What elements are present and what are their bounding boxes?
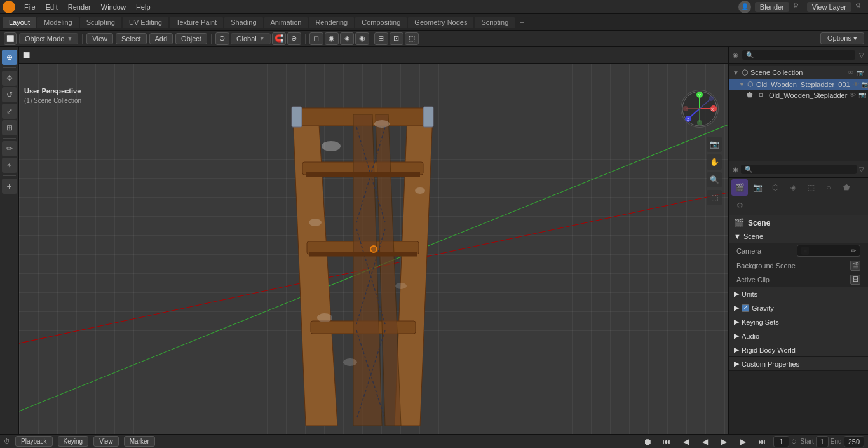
props-icon-render[interactable]: 📷 (749, 179, 766, 196)
outliner-search[interactable]: 🔍 (742, 50, 855, 60)
camera-view-btn[interactable]: 📷 (707, 137, 722, 152)
playback-menu[interactable]: Playback (15, 436, 53, 447)
marker-menu[interactable]: Marker (124, 436, 155, 447)
mode-dropdown[interactable]: Object Mode▼ (19, 33, 78, 44)
props-icon-object[interactable]: ⬟ (838, 179, 855, 196)
tool-add[interactable]: + (2, 179, 17, 194)
view-layer-options[interactable]: ⚙ (855, 2, 865, 12)
snapping-btn[interactable]: 🧲 (272, 32, 286, 45)
gizmo-toggle[interactable]: ⊞ (374, 32, 388, 45)
active-clip-icon[interactable]: 🎞 (850, 275, 860, 285)
view-menu[interactable]: View (86, 33, 113, 44)
viewport-shading-rendered[interactable]: ◉ (355, 32, 369, 45)
props-icon-scene2[interactable]: ⬚ (803, 179, 819, 196)
render-icon[interactable]: 📷 (857, 69, 864, 76)
start-frame[interactable]: 1 (816, 436, 829, 447)
add-workspace-button[interactable]: + (516, 17, 527, 27)
gravity-section-header[interactable]: ▶ ✓ Gravity (729, 301, 868, 315)
add-menu[interactable]: Add (149, 33, 173, 44)
props-icon-modifier[interactable]: ⚙ (731, 197, 748, 214)
viewport-shading-solid[interactable]: ◉ (325, 32, 339, 45)
select-menu[interactable]: Select (116, 33, 147, 44)
navigation-gizmo[interactable]: X Y Z (677, 86, 722, 131)
current-frame[interactable]: 1 (773, 436, 789, 447)
play-back-btn[interactable]: ◀ (697, 434, 712, 449)
tool-scale[interactable]: ⤢ (2, 104, 17, 119)
tool-measure[interactable]: ⌖ (2, 158, 17, 173)
keying-sets-header[interactable]: ▶ Keying Sets (729, 315, 868, 329)
jump-end-btn[interactable]: ⏭ (754, 434, 770, 449)
view-menu-timeline[interactable]: View (93, 436, 119, 447)
tab-sculpting[interactable]: Sculpting (80, 17, 121, 28)
menu-file[interactable]: File (19, 2, 41, 12)
tool-annotate[interactable]: ✏ (2, 141, 17, 156)
visibility-icon[interactable]: 👁 (848, 69, 854, 76)
transform-orientation[interactable]: Global▼ (231, 33, 271, 44)
tool-cursor[interactable]: ⊕ (2, 50, 17, 65)
keying-menu[interactable]: Keying (58, 436, 89, 447)
scene-options[interactable]: ⚙ (793, 2, 803, 12)
fps-icon[interactable]: ⏱ (791, 438, 797, 445)
menu-window[interactable]: Window (96, 2, 131, 12)
units-section-header[interactable]: ▶ Units (729, 287, 868, 301)
viewport-area[interactable]: User Perspective (1) Scene Collection (19, 47, 728, 434)
tool-rotate[interactable]: ↺ (2, 87, 17, 102)
overlay-toggle[interactable]: ⊡ (390, 32, 403, 45)
xray-toggle[interactable]: ⬚ (405, 32, 419, 45)
props-icon-scene[interactable]: 🎬 (731, 179, 748, 196)
camera-field[interactable]: ■ ✏ (797, 245, 860, 257)
viewport-canvas[interactable]: User Perspective (1) Scene Collection (19, 64, 728, 434)
tab-layout[interactable]: Layout (3, 17, 36, 28)
camera-edit-icon[interactable]: ✏ (851, 247, 856, 254)
scene-selector[interactable]: Blender (755, 2, 789, 12)
props-icon-view-layer[interactable]: ◈ (785, 179, 801, 196)
proportional-edit-btn[interactable]: ⊕ (287, 32, 301, 45)
outliner-item-mesh[interactable]: ⬟ ⚙ Old_Wooden_Stepladder 👁 📷 (729, 90, 868, 100)
item1-eye-icon[interactable]: 👁 (853, 81, 859, 88)
object-menu[interactable]: Object (175, 33, 207, 44)
outliner-type-icon[interactable]: ◉ (733, 51, 738, 58)
props-type-icon[interactable]: ◉ (733, 166, 738, 173)
tab-uv-editing[interactable]: UV Editing (123, 17, 168, 28)
collection-expand-icon[interactable]: ▼ (733, 69, 739, 76)
tab-shading[interactable]: Shading (224, 17, 262, 28)
viewport-shading-material[interactable]: ◈ (340, 32, 354, 45)
item2-eye-icon[interactable]: 👁 (850, 92, 856, 98)
timeline-icon[interactable]: ⏱ (4, 438, 10, 445)
record-btn[interactable]: ⏺ (640, 434, 655, 449)
transform-pivot-btn[interactable]: ⊙ (215, 32, 229, 45)
viewport-icon[interactable]: ⬜ (4, 32, 17, 45)
item2-camera-icon[interactable]: 📷 (858, 92, 866, 98)
tool-transform[interactable]: ⊞ (2, 120, 17, 135)
tab-rendering[interactable]: Rendering (309, 17, 354, 28)
background-scene-icon[interactable]: 🎬 (850, 261, 860, 271)
user-avatar[interactable]: 👤 (738, 1, 751, 13)
audio-section-header[interactable]: ▶ Audio (729, 329, 868, 343)
tool-move[interactable]: ✥ (2, 71, 17, 86)
editor-type-icon[interactable]: ⬜ (23, 52, 30, 58)
end-frame[interactable]: 250 (844, 436, 864, 447)
jump-start-btn[interactable]: ⏮ (659, 434, 674, 449)
props-search[interactable]: 🔍 (741, 165, 857, 174)
props-icon-output[interactable]: ⬡ (767, 179, 783, 196)
rigid-body-header[interactable]: ▶ Rigid Body World (729, 343, 868, 356)
tab-texture-paint[interactable]: Texture Paint (170, 17, 223, 28)
view-layer-selector[interactable]: View Layer (807, 2, 851, 12)
step-fwd-btn[interactable]: ▶ (735, 434, 750, 449)
zoom-btn[interactable]: 🔍 (707, 172, 722, 187)
tab-animation[interactable]: Animation (264, 17, 308, 28)
viewport-shading-wire[interactable]: ◻ (309, 32, 323, 45)
viewport-settings-btn[interactable]: ⬚ (707, 190, 722, 205)
custom-props-header[interactable]: ▶ Custom Properties (729, 357, 868, 370)
menu-render[interactable]: Render (63, 2, 96, 12)
tab-geometry-nodes[interactable]: Geometry Nodes (408, 17, 473, 28)
gravity-checkbox[interactable]: ✓ (742, 304, 749, 312)
outliner-filter-btn[interactable]: ▽ (859, 51, 864, 58)
tab-scripting[interactable]: Scripting (475, 17, 515, 28)
outliner-item-collection[interactable]: ▼ ⬡ Old_Wooden_Stepladder_001 👁 📷 (729, 79, 868, 90)
options-button[interactable]: Options ▾ (820, 32, 864, 44)
item1-camera-icon[interactable]: 📷 (862, 81, 868, 88)
menu-edit[interactable]: Edit (41, 2, 63, 12)
step-back-btn[interactable]: ◀ (678, 434, 693, 449)
tab-compositing[interactable]: Compositing (355, 17, 407, 28)
